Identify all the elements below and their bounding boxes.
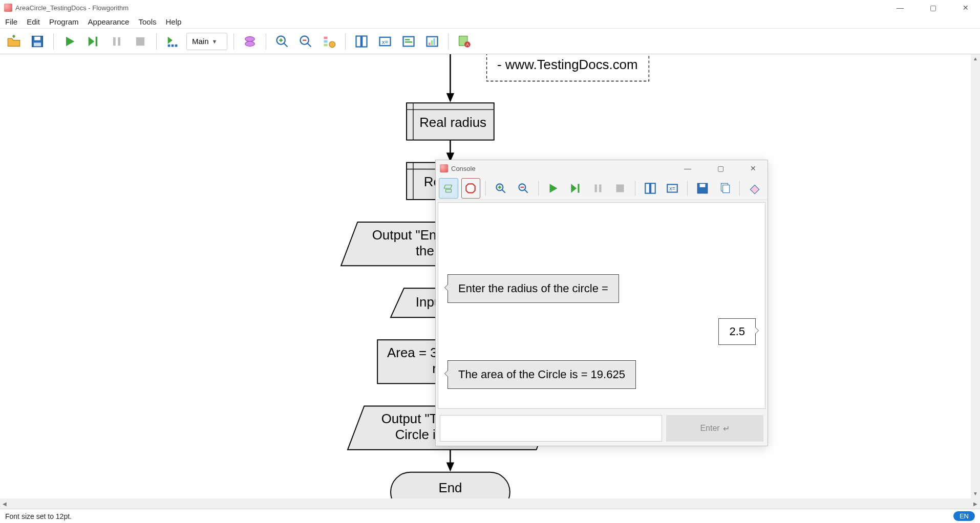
svg-rect-23 [356, 36, 361, 47]
console-close-button[interactable]: ✕ [743, 164, 763, 172]
style-icon[interactable] [319, 32, 339, 51]
variables-icon[interactable]: x= [375, 32, 395, 51]
work-area: - www.TestingDocs.com Real radius Real A… [0, 54, 980, 509]
console-input-field[interactable] [440, 415, 662, 442]
window-controls: — ▢ ✕ [890, 4, 976, 12]
svg-rect-2 [34, 42, 41, 46]
console-clear-icon[interactable] [745, 178, 764, 199]
console-copy-icon[interactable] [715, 178, 735, 199]
save-icon[interactable] [28, 32, 47, 51]
menu-file[interactable]: File [5, 17, 17, 26]
svg-rect-74 [578, 184, 579, 192]
menu-edit[interactable]: Edit [27, 17, 40, 26]
svg-marker-66 [466, 184, 475, 192]
svg-rect-5 [118, 37, 120, 45]
console-maximize-button[interactable]: ▢ [710, 164, 731, 172]
console-view-chart-icon[interactable] [439, 178, 458, 199]
console-window: Console — ▢ ✕ [435, 160, 768, 446]
console-pause-icon[interactable] [588, 178, 608, 199]
main-titlebar: AreaCircle_TestingDocs - Flowgorithm — ▢… [0, 0, 980, 15]
svg-rect-77 [616, 184, 624, 192]
app-icon [4, 4, 12, 12]
svg-rect-76 [599, 184, 601, 192]
declare-radius[interactable]: Real radius [407, 103, 494, 140]
svg-rect-65 [445, 189, 451, 192]
run-icon[interactable] [60, 32, 79, 51]
enter-arrow-icon: ↵ [723, 424, 730, 433]
stop-icon[interactable] [131, 32, 150, 51]
svg-rect-78 [645, 183, 650, 193]
console-variables-icon[interactable]: x= [663, 178, 683, 199]
console-toolbar: x= [436, 177, 768, 200]
canvas-vertical-scrollbar[interactable]: ▲▼ [971, 54, 980, 498]
svg-text:Real radius: Real radius [419, 115, 486, 129]
svg-rect-9 [175, 44, 178, 47]
console-minimize-button[interactable]: — [677, 164, 698, 172]
svg-line-72 [524, 189, 527, 193]
language-indicator[interactable]: EN [953, 511, 975, 521]
end-terminator[interactable]: End [391, 472, 510, 498]
svg-rect-33 [433, 38, 435, 45]
menu-appearance[interactable]: Appearance [88, 17, 130, 26]
enter-label: Enter [700, 424, 719, 433]
console-message-2: The area of the Circle is = 19.625 [448, 360, 636, 389]
console-stop-icon[interactable] [461, 178, 481, 199]
svg-rect-1 [34, 36, 40, 40]
console-enter-button[interactable]: Enter ↵ [666, 415, 763, 442]
add-shape-icon[interactable] [240, 32, 260, 51]
svg-text:A: A [466, 42, 469, 47]
function-select[interactable]: Main ▼ [186, 33, 227, 50]
menu-program[interactable]: Program [49, 17, 79, 26]
console-app-icon [440, 164, 448, 172]
menu-tools[interactable]: Tools [138, 17, 156, 26]
svg-rect-21 [324, 43, 328, 46]
canvas-horizontal-scrollbar[interactable]: ◀▶ [0, 498, 980, 509]
svg-point-22 [329, 41, 335, 48]
zoom-out-icon[interactable] [296, 32, 315, 51]
svg-rect-85 [722, 185, 729, 192]
svg-marker-64 [444, 185, 452, 188]
status-bar: Font size set to 12pt. EN [0, 509, 980, 523]
chevron-down-icon: ▼ [212, 38, 218, 45]
svg-rect-20 [324, 40, 328, 42]
function-select-label: Main [192, 37, 209, 46]
svg-rect-79 [651, 183, 655, 193]
svg-rect-7 [168, 44, 171, 47]
svg-rect-4 [113, 37, 116, 45]
minimize-button[interactable]: — [890, 4, 910, 12]
pause-icon[interactable] [107, 32, 126, 51]
menu-bar: File Edit Program Appearance Tools Help [0, 15, 980, 29]
svg-rect-19 [324, 36, 328, 39]
svg-point-11 [245, 41, 255, 46]
menu-help[interactable]: Help [166, 17, 182, 26]
svg-rect-83 [700, 184, 706, 187]
svg-line-17 [308, 43, 311, 47]
svg-rect-8 [172, 44, 174, 47]
open-icon[interactable] [4, 32, 24, 51]
console-icon[interactable] [399, 32, 418, 51]
console-stop-square-icon[interactable] [610, 178, 630, 199]
console-output[interactable]: Enter the radius of the circle = 2.5 The… [438, 202, 765, 409]
svg-text:x=: x= [382, 38, 389, 45]
console-title: Console [451, 165, 476, 172]
close-button[interactable]: ✕ [955, 4, 976, 12]
zoom-in-icon[interactable] [272, 32, 292, 51]
console-input-row: Enter ↵ [436, 411, 768, 446]
console-layout-icon[interactable] [641, 178, 660, 199]
console-user-input: 2.5 [718, 318, 756, 345]
svg-line-13 [284, 43, 288, 47]
step-icon[interactable] [83, 32, 103, 51]
chart-icon[interactable] [422, 32, 442, 51]
console-save-icon[interactable] [693, 178, 712, 199]
console-run-icon[interactable] [543, 178, 563, 199]
svg-rect-6 [136, 37, 144, 45]
svg-marker-86 [751, 185, 759, 193]
console-step-icon[interactable] [566, 178, 585, 199]
speed-icon[interactable] [163, 32, 182, 51]
source-icon[interactable]: A [455, 32, 474, 51]
console-zoom-in-icon[interactable] [491, 178, 510, 199]
console-zoom-out-icon[interactable] [514, 178, 533, 199]
maximize-button[interactable]: ▢ [923, 4, 943, 12]
layout-icon[interactable] [352, 32, 371, 51]
svg-rect-32 [431, 40, 433, 45]
